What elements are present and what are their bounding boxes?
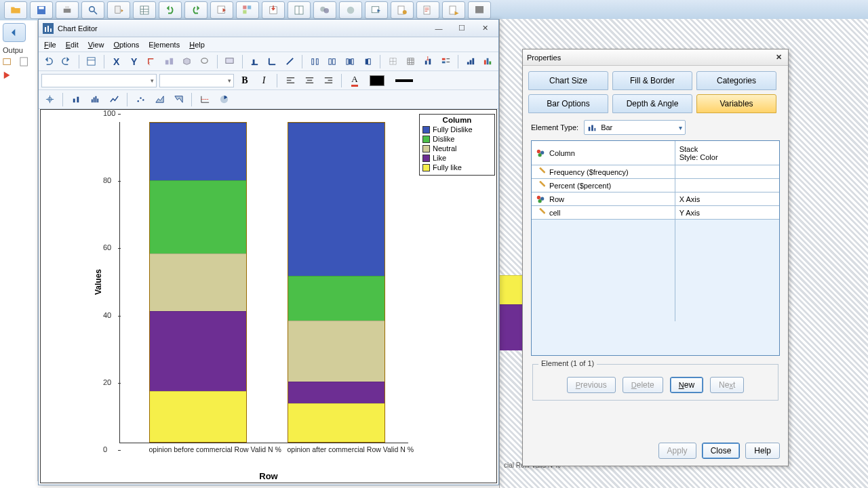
print-button[interactable] bbox=[56, 1, 79, 19]
run-button[interactable] bbox=[391, 1, 414, 19]
undo-icon[interactable] bbox=[41, 54, 56, 69]
bar-label-pos2-icon[interactable] bbox=[264, 54, 279, 69]
redo-button[interactable] bbox=[184, 1, 208, 19]
grid2-icon[interactable] bbox=[403, 54, 418, 69]
legend[interactable]: Column Fully DislikeDislikeNeutralLikeFu… bbox=[419, 114, 495, 176]
help-button[interactable]: Help bbox=[745, 443, 780, 459]
align-left-icon[interactable] bbox=[282, 73, 298, 88]
legend-item[interactable]: Neutral bbox=[422, 144, 492, 153]
spacing1-icon[interactable] bbox=[307, 54, 322, 69]
properties-titlebar[interactable]: Properties ✕ bbox=[523, 49, 788, 66]
undo-button[interactable] bbox=[159, 1, 182, 19]
font-family-select[interactable] bbox=[41, 74, 157, 87]
tab-bar-options[interactable]: Bar Options bbox=[528, 94, 608, 113]
font-size-select[interactable] bbox=[159, 74, 234, 87]
tab-fill-border[interactable]: Fill & Border bbox=[612, 71, 692, 90]
x-axis-icon[interactable]: X bbox=[109, 54, 124, 69]
save-button[interactable] bbox=[30, 1, 53, 19]
legend-item[interactable]: Dislike bbox=[422, 134, 492, 144]
spacing2-icon[interactable] bbox=[325, 54, 340, 69]
histogram-icon[interactable] bbox=[87, 92, 103, 107]
weight-button[interactable] bbox=[313, 1, 336, 19]
previous-button[interactable]: Previous bbox=[567, 377, 616, 393]
split-button[interactable] bbox=[288, 1, 311, 19]
variable-row[interactable]: Frequency ($frequency) bbox=[532, 165, 779, 179]
titlebar[interactable]: Chart Editor — ☐ ✕ bbox=[39, 20, 498, 37]
nav-back-button[interactable] bbox=[3, 23, 26, 42]
apply-button[interactable]: Apply bbox=[658, 443, 696, 459]
menu-elements[interactable]: Elements bbox=[149, 41, 180, 49]
line-chart-icon[interactable] bbox=[106, 92, 122, 107]
align-right-icon[interactable] bbox=[320, 73, 336, 88]
area-down-icon[interactable] bbox=[170, 92, 186, 107]
bar-label-pos1-icon[interactable] bbox=[247, 54, 262, 69]
stacked-bar[interactable] bbox=[288, 122, 386, 443]
legend-item[interactable]: Fully Dislike bbox=[422, 125, 492, 134]
run-script-button[interactable] bbox=[442, 1, 465, 19]
variables-button[interactable] bbox=[236, 1, 259, 19]
menu-help[interactable]: Help bbox=[189, 41, 205, 49]
variable-row[interactable]: cellY Axis bbox=[532, 206, 779, 220]
fill-color-swatch[interactable] bbox=[366, 73, 389, 88]
stacked-bar[interactable] bbox=[149, 122, 248, 443]
menu-file[interactable]: File bbox=[44, 41, 56, 49]
bar-chart-icon[interactable] bbox=[68, 92, 84, 107]
spacing4-icon[interactable] bbox=[360, 54, 375, 69]
new-button[interactable]: New bbox=[670, 377, 703, 393]
show-legend-icon[interactable] bbox=[438, 54, 453, 69]
designate-button[interactable] bbox=[468, 1, 491, 19]
area-up-icon[interactable] bbox=[151, 92, 167, 107]
maximize-button[interactable]: ☐ bbox=[452, 22, 471, 35]
close-button-bottom[interactable]: Close bbox=[702, 443, 741, 459]
delete-button[interactable]: Delete bbox=[623, 377, 663, 393]
properties-icon[interactable] bbox=[84, 54, 99, 69]
tab-depth-angle[interactable]: Depth & Angle bbox=[612, 94, 692, 113]
bar-label-pos3-icon[interactable] bbox=[282, 54, 297, 69]
variable-row[interactable]: RowX Axis bbox=[532, 192, 779, 206]
open-folder-button[interactable] bbox=[4, 1, 27, 19]
explode-icon[interactable] bbox=[162, 54, 177, 69]
pie-icon[interactable] bbox=[216, 92, 232, 107]
variable-row[interactable]: Percent ($percent) bbox=[532, 179, 779, 192]
redo-icon[interactable] bbox=[59, 54, 74, 69]
reference-line-icon[interactable] bbox=[197, 92, 213, 107]
export-button[interactable] bbox=[107, 1, 130, 19]
3d-icon[interactable] bbox=[180, 54, 195, 69]
element-type-select[interactable]: Bar bbox=[584, 120, 686, 135]
tab-variables[interactable]: Variables bbox=[696, 94, 776, 113]
select-cases-button[interactable] bbox=[339, 1, 362, 19]
tab-categories[interactable]: Categories bbox=[696, 71, 776, 90]
preview-button[interactable] bbox=[81, 1, 104, 19]
goto-case-button[interactable] bbox=[210, 1, 233, 19]
insert-button[interactable] bbox=[262, 1, 285, 19]
script-button[interactable] bbox=[416, 1, 439, 19]
minimize-button[interactable]: — bbox=[429, 22, 448, 35]
next-button[interactable]: Next bbox=[710, 377, 744, 393]
data-button[interactable] bbox=[133, 1, 156, 19]
crosshair-icon[interactable] bbox=[41, 92, 58, 107]
sort-icon[interactable] bbox=[463, 54, 478, 69]
tab-chart-size[interactable]: Chart Size bbox=[528, 71, 608, 90]
y-axis-icon[interactable]: Y bbox=[127, 54, 142, 69]
legend-item[interactable]: Like bbox=[422, 153, 492, 163]
transpose-icon[interactable] bbox=[144, 54, 159, 69]
variables-grid[interactable]: ColumnStackStyle: ColorFrequency ($frequ… bbox=[531, 140, 780, 356]
bar-series-icon[interactable] bbox=[481, 54, 496, 69]
close-button[interactable]: ✕ bbox=[475, 22, 494, 35]
align-center-icon[interactable] bbox=[301, 73, 317, 88]
properties-close-icon[interactable]: ✕ bbox=[773, 52, 784, 63]
grid-icon[interactable] bbox=[385, 54, 400, 69]
variable-row[interactable]: ColumnStackStyle: Color bbox=[532, 141, 779, 165]
line-style-swatch[interactable] bbox=[391, 73, 417, 88]
legend-item[interactable]: Fully like bbox=[422, 163, 492, 172]
annotation-icon[interactable] bbox=[222, 54, 237, 69]
scatter-icon[interactable] bbox=[132, 92, 149, 107]
menu-view[interactable]: View bbox=[88, 41, 104, 49]
italic-button[interactable]: I bbox=[256, 73, 272, 88]
chart-canvas[interactable]: Values opinion before commercial Row Val… bbox=[40, 109, 497, 483]
lasso-icon[interactable] bbox=[197, 54, 212, 69]
font-color-icon[interactable]: A bbox=[347, 73, 363, 88]
data-labels-icon[interactable]: 1 bbox=[420, 54, 435, 69]
value-labels-button[interactable] bbox=[365, 1, 388, 19]
menu-edit[interactable]: Edit bbox=[66, 41, 79, 49]
